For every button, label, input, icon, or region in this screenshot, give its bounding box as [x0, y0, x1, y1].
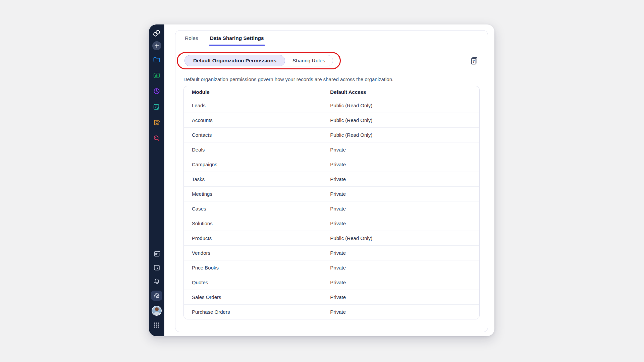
module-cell: Cases	[184, 201, 322, 216]
add-button[interactable]	[152, 41, 161, 50]
default-org-permissions-segment[interactable]: Default Organization Permissions	[184, 55, 285, 66]
sidebar-item-tasks[interactable]	[152, 103, 161, 111]
module-cell: Accounts	[184, 113, 322, 127]
sidebar-item-settings[interactable]	[151, 291, 162, 301]
table-row: Cases Private	[184, 201, 479, 216]
permissions-segmented-control: Default Organization Permissions Sharing…	[184, 55, 333, 66]
module-cell: Campaigns	[184, 157, 322, 172]
calendar-icon	[153, 264, 160, 271]
module-cell: Deals	[184, 142, 322, 157]
sidebar-item-reports[interactable]	[152, 71, 161, 80]
default-access-cell: Public (Read Only)	[322, 113, 479, 127]
module-cell: Vendors	[184, 245, 322, 260]
module-cell: Solutions	[184, 216, 322, 231]
column-header-module: Module	[184, 86, 322, 98]
column-header-default-access: Default Access	[322, 86, 479, 98]
description-text: Default organization permissions govern …	[183, 76, 480, 82]
module-cell: Sales Orders	[184, 290, 322, 304]
default-access-cell: Private	[322, 142, 479, 157]
storefront-icon	[153, 119, 161, 127]
main-content: Roles Data Sharing Settings Default Orga…	[164, 24, 494, 336]
red-annotation-box: Default Organization Permissions Sharing…	[177, 52, 341, 69]
default-access-cell: Private	[322, 186, 479, 201]
module-cell: Leads	[184, 98, 322, 113]
table-row: Products Public (Read Only)	[184, 231, 479, 245]
user-avatar[interactable]	[152, 306, 162, 316]
toggle-row: Default Organization Permissions Sharing…	[177, 52, 486, 69]
default-access-cell: Private	[322, 260, 479, 275]
table-row: Solutions Private	[184, 216, 479, 231]
default-access-cell: Private	[322, 275, 479, 290]
permissions-table-container: Module Default Access Leads Public (Read…	[183, 86, 480, 319]
sidebar-item-add-record[interactable]	[152, 249, 161, 258]
default-access-cell: Public (Read Only)	[322, 231, 479, 245]
zoho-crm-logo-icon[interactable]	[152, 29, 161, 38]
apps-grid-icon[interactable]	[152, 321, 161, 329]
table-row: Quotes Private	[184, 275, 479, 290]
table-header-row: Module Default Access	[184, 86, 479, 98]
tasks-edit-icon	[153, 103, 161, 111]
sidebar-item-files[interactable]	[152, 55, 161, 64]
sidebar-item-calendar[interactable]	[152, 263, 161, 272]
help-docs-button[interactable]: ?	[471, 57, 478, 65]
bell-icon	[153, 278, 160, 285]
permissions-table: Module Default Access Leads Public (Read…	[184, 86, 479, 319]
module-cell: Purchase Orders	[184, 304, 322, 319]
default-access-cell: Private	[322, 245, 479, 260]
table-row: Campaigns Private	[184, 157, 479, 172]
sidebar-item-search[interactable]	[152, 134, 161, 143]
module-cell: Quotes	[184, 275, 322, 290]
table-row: Leads Public (Read Only)	[184, 98, 479, 113]
default-access-cell: Private	[322, 157, 479, 172]
sidebar	[149, 24, 164, 336]
module-cell: Meetings	[184, 186, 322, 201]
table-body: Leads Public (Read Only) Accounts Public…	[184, 98, 479, 319]
bar-chart-icon	[153, 71, 161, 79]
table-row: Contacts Public (Read Only)	[184, 127, 479, 142]
tab-data-sharing-settings[interactable]: Data Sharing Settings	[210, 31, 264, 46]
module-cell: Tasks	[184, 172, 322, 186]
table-row: Meetings Private	[184, 186, 479, 201]
module-cell: Price Books	[184, 260, 322, 275]
sidebar-item-analytics[interactable]	[152, 87, 161, 96]
settings-panel: Roles Data Sharing Settings Default Orga…	[175, 30, 488, 332]
module-cell: Products	[184, 231, 322, 245]
help-docs-icon: ?	[471, 57, 478, 65]
gear-icon	[153, 292, 160, 299]
table-row: Accounts Public (Read Only)	[184, 113, 479, 127]
app-window: Roles Data Sharing Settings Default Orga…	[149, 24, 494, 336]
search-icon	[153, 134, 161, 142]
sidebar-item-notifications[interactable]	[152, 277, 161, 286]
table-row: Purchase Orders Private	[184, 304, 479, 319]
default-access-cell: Private	[322, 304, 479, 319]
table-row: Sales Orders Private	[184, 290, 479, 304]
tab-roles[interactable]: Roles	[185, 31, 198, 46]
folder-icon	[153, 56, 161, 64]
table-row: Price Books Private	[184, 260, 479, 275]
default-access-cell: Private	[322, 216, 479, 231]
default-access-cell: Public (Read Only)	[322, 98, 479, 113]
default-access-cell: Private	[322, 290, 479, 304]
tab-bar: Roles Data Sharing Settings	[175, 31, 488, 46]
panel-body: Default Organization Permissions Sharing…	[175, 46, 488, 332]
default-access-cell: Private	[322, 201, 479, 216]
module-cell: Contacts	[184, 127, 322, 142]
default-access-cell: Private	[322, 172, 479, 186]
svg-text:?: ?	[473, 59, 475, 63]
sharing-rules-segment[interactable]: Sharing Rules	[285, 55, 333, 66]
sidebar-item-marketplace[interactable]	[152, 118, 161, 127]
table-row: Tasks Private	[184, 172, 479, 186]
plus-icon	[155, 44, 159, 48]
default-access-cell: Public (Read Only)	[322, 127, 479, 142]
table-row: Vendors Private	[184, 245, 479, 260]
pie-chart-icon	[153, 87, 161, 95]
note-add-icon	[153, 250, 160, 257]
table-row: Deals Private	[184, 142, 479, 157]
